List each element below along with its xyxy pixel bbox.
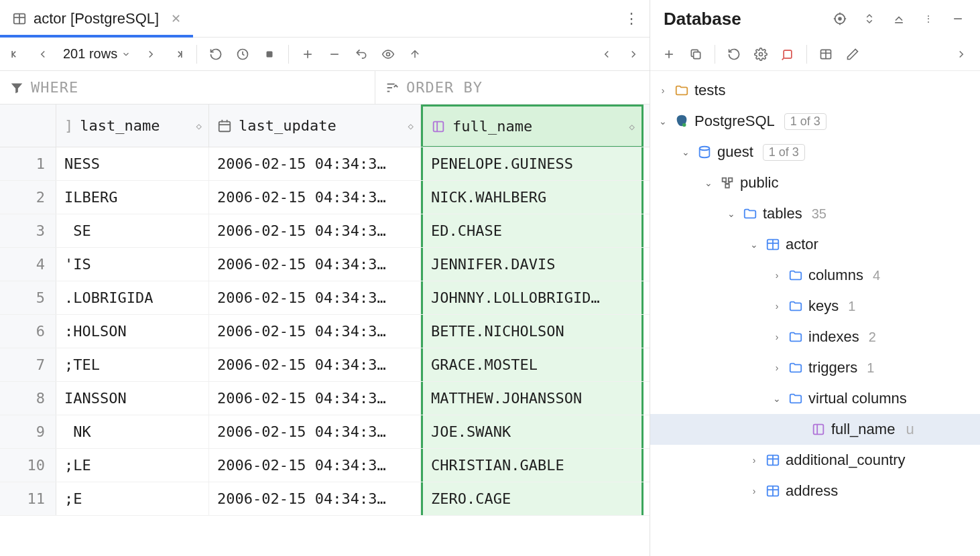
cell-last-name[interactable]: ;E	[56, 482, 209, 515]
column-last-update[interactable]: last_update ◇	[209, 105, 421, 147]
view-mode-button[interactable]	[814, 42, 838, 66]
tree-node-triggers[interactable]: › triggers 1	[650, 352, 980, 383]
table-row[interactable]: 10;LE2006-02-15 04:34:3…CHRISTIAN.GABLE	[0, 449, 650, 482]
cell-last-name[interactable]: .LOBRIGIDA	[56, 281, 209, 314]
tree-node-columns[interactable]: › columns 4	[650, 260, 980, 291]
cell-full-name[interactable]: JOE.SWANK	[421, 415, 644, 448]
nav-forward-button[interactable]	[621, 42, 646, 66]
cell-last-name[interactable]: ;LE	[56, 449, 209, 482]
cell-full-name[interactable]: JOHNNY.LOLLOBRIGID…	[421, 281, 644, 314]
tree-node-indexes[interactable]: › indexes 2	[650, 322, 980, 352]
cell-full-name[interactable]: ED.CHASE	[421, 214, 644, 247]
first-page-button[interactable]	[4, 42, 28, 66]
table-row[interactable]: 9 NK2006-02-15 04:34:3…JOE.SWANK	[0, 415, 650, 449]
tree-node-keys[interactable]: › keys 1	[650, 291, 980, 322]
tree-node-public[interactable]: ⌄ public	[650, 167, 980, 198]
tree-node-tests[interactable]: › tests	[650, 75, 980, 106]
cell-last-name[interactable]: NESS	[56, 147, 209, 180]
virtual-column-icon	[431, 119, 446, 134]
prev-page-button[interactable]	[31, 42, 55, 66]
cell-last-update[interactable]: 2006-02-15 04:34:3…	[209, 281, 421, 314]
table-row[interactable]: 6:HOLSON2006-02-15 04:34:3…BETTE.NICHOLS…	[0, 315, 650, 348]
reload-button[interactable]	[204, 42, 228, 66]
refresh-button[interactable]	[722, 42, 746, 66]
cell-last-name[interactable]: SE	[56, 214, 209, 247]
tab-overflow-menu[interactable]: ⋮	[613, 10, 650, 27]
expand-button[interactable]	[949, 42, 973, 66]
table-row[interactable]: 1NESS2006-02-15 04:34:3…PENELOPE.GUINESS	[0, 147, 650, 181]
where-filter[interactable]: WHERE	[0, 71, 375, 104]
cell-full-name[interactable]: MATTHEW.JOHANSSON	[421, 382, 644, 415]
cell-last-name[interactable]: NK	[56, 415, 209, 448]
cell-full-name[interactable]: CHRISTIAN.GABLE	[421, 449, 644, 482]
cell-last-update[interactable]: 2006-02-15 04:34:3…	[209, 147, 421, 180]
cell-full-name[interactable]: JENNIFER.DAVIS	[421, 248, 644, 281]
next-page-button[interactable]	[139, 42, 163, 66]
tree-node-tables[interactable]: ⌄ tables 35	[650, 198, 980, 229]
new-button[interactable]	[657, 42, 681, 66]
cell-full-name[interactable]: GRACE.MOSTEL	[421, 348, 644, 381]
close-panel-icon[interactable]	[887, 7, 910, 30]
cell-last-update[interactable]: 2006-02-15 04:34:3…	[209, 181, 421, 214]
column-rownum[interactable]	[0, 105, 56, 147]
preview-button[interactable]	[376, 42, 400, 66]
tree-node-address[interactable]: › address	[650, 476, 980, 506]
duplicate-button[interactable]	[684, 42, 708, 66]
cell-last-update[interactable]: 2006-02-15 04:34:3…	[209, 482, 421, 515]
revert-button[interactable]	[349, 42, 373, 66]
cell-full-name[interactable]: BETTE.NICHOLSON	[421, 315, 644, 348]
cell-last-name[interactable]: :HOLSON	[56, 315, 209, 348]
cell-last-name[interactable]: IANSSON	[56, 382, 209, 415]
tree-node-additional-country[interactable]: › additional_country	[650, 445, 980, 476]
table-icon	[765, 237, 780, 252]
row-number: 6	[0, 315, 56, 348]
grid-body[interactable]: 1NESS2006-02-15 04:34:3…PENELOPE.GUINESS…	[0, 147, 650, 556]
table-row[interactable]: 5.LOBRIGIDA2006-02-15 04:34:3…JOHNNY.LOL…	[0, 281, 650, 315]
cell-last-name[interactable]: ;TEL	[56, 348, 209, 381]
table-row[interactable]: 2ILBERG2006-02-15 04:34:3…NICK.WAHLBERG	[0, 181, 650, 214]
cell-full-name[interactable]: PENELOPE.GUINESS	[421, 147, 644, 180]
stop-button[interactable]	[257, 42, 282, 66]
column-full-name[interactable]: full_name ◇	[421, 105, 644, 147]
table-row[interactable]: 11;E2006-02-15 04:34:3…ZERO.CAGE	[0, 482, 650, 516]
column-last-name[interactable]: ] last_name ◇	[56, 105, 209, 147]
cell-full-name[interactable]: ZERO.CAGE	[421, 482, 644, 515]
cell-last-name[interactable]: 'IS	[56, 248, 209, 281]
cell-full-name[interactable]: NICK.WAHLBERG	[421, 181, 644, 214]
delete-row-button[interactable]	[322, 42, 347, 66]
add-row-button[interactable]	[296, 42, 320, 66]
chevron-down-icon: ⌄	[702, 178, 715, 188]
stop-connection-button[interactable]	[776, 42, 800, 66]
cell-last-update[interactable]: 2006-02-15 04:34:3…	[209, 214, 421, 247]
tree-node-postgresql[interactable]: ⌄ PostgreSQL 1 of 3	[650, 106, 980, 137]
nav-back-button[interactable]	[595, 42, 619, 66]
cell-last-update[interactable]: 2006-02-15 04:34:3…	[209, 415, 421, 448]
row-count[interactable]: 201 rows	[58, 46, 136, 62]
edit-button[interactable]	[841, 42, 865, 66]
tree-node-full-name[interactable]: full_name u	[650, 414, 980, 445]
table-row[interactable]: 8IANSSON2006-02-15 04:34:3…MATTHEW.JOHAN…	[0, 382, 650, 415]
tab-actor[interactable]: actor [PostgreSQL] ✕	[0, 0, 193, 37]
cell-last-update[interactable]: 2006-02-15 04:34:3…	[209, 449, 421, 482]
expand-collapse-icon[interactable]	[858, 7, 881, 30]
orderby-filter[interactable]: ORDER BY	[375, 71, 650, 104]
tree-node-guest[interactable]: ⌄ guest 1 of 3	[650, 137, 980, 167]
table-row[interactable]: 4'IS2006-02-15 04:34:3…JENNIFER.DAVIS	[0, 248, 650, 281]
minimize-panel-icon[interactable]	[946, 7, 969, 30]
target-icon[interactable]	[829, 7, 851, 30]
cell-last-name[interactable]: ILBERG	[56, 181, 209, 214]
history-button[interactable]	[231, 42, 255, 66]
cell-last-update[interactable]: 2006-02-15 04:34:3…	[209, 382, 421, 415]
panel-menu-icon[interactable]: ⋮	[917, 7, 940, 30]
cell-last-update[interactable]: 2006-02-15 04:34:3…	[209, 248, 421, 281]
settings-button[interactable]	[749, 42, 773, 66]
cell-last-update[interactable]: 2006-02-15 04:34:3…	[209, 315, 421, 348]
last-page-button[interactable]	[166, 42, 190, 66]
table-row[interactable]: 3 SE2006-02-15 04:34:3…ED.CHASE	[0, 214, 650, 248]
tree-node-virtual-columns[interactable]: ⌄ virtual columns	[650, 383, 980, 414]
tree-node-actor[interactable]: ⌄ actor	[650, 229, 980, 260]
tab-close-icon[interactable]: ✕	[171, 11, 181, 26]
submit-button[interactable]	[403, 42, 427, 66]
table-row[interactable]: 7;TEL2006-02-15 04:34:3…GRACE.MOSTEL	[0, 348, 650, 382]
cell-last-update[interactable]: 2006-02-15 04:34:3…	[209, 348, 421, 381]
